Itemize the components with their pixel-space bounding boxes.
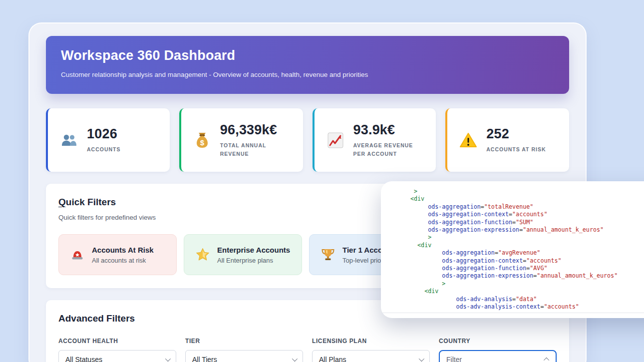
- stat-value: 252: [486, 126, 546, 142]
- siren-icon: [70, 247, 85, 262]
- chip-subtitle: All Enterprise plans: [217, 257, 290, 264]
- warning-icon: [459, 131, 477, 149]
- chevron-up-icon: [544, 358, 549, 362]
- star-icon: [195, 247, 210, 262]
- money-bag-icon: $: [193, 131, 211, 149]
- stat-label: ACCOUNTS: [87, 145, 121, 153]
- chip-title: Accounts At Risk: [92, 246, 154, 254]
- dashboard-header: Workspace 360 Dashboard Customer relatio…: [46, 36, 569, 94]
- filter-licensing-plan: LICENSING PLAN All Plans: [312, 338, 430, 362]
- chevron-down-icon: [165, 356, 171, 362]
- code-panel-divider: [381, 313, 644, 313]
- quick-filter-accounts-at-risk[interactable]: Accounts At Risk All accounts at risk: [58, 234, 177, 275]
- filter-label: COUNTRY: [439, 338, 557, 345]
- stat-card-accounts-at-risk: 252 ACCOUNTS AT RISK: [445, 108, 569, 172]
- filter-label: LICENSING PLAN: [312, 338, 430, 345]
- stat-card-total-revenue: $ 96,339k€ TOTAL ANNUAL REVENUE: [179, 108, 303, 172]
- chevron-down-icon: [292, 356, 298, 362]
- trophy-icon: [321, 247, 335, 262]
- stat-value: 96,339k€: [220, 122, 294, 138]
- select-value: All Tiers: [192, 356, 217, 362]
- chevron-down-icon: [419, 356, 424, 362]
- stat-card-average-revenue: 93.9k€ AVERAGE REVENUE PER ACCOUNT: [313, 108, 436, 172]
- account-health-select[interactable]: All Statuses: [58, 350, 176, 362]
- filter-tier: TIER All Tiers: [185, 338, 303, 362]
- stat-label: TOTAL ANNUAL REVENUE: [220, 141, 294, 158]
- page-subtitle: Customer relationship analysis and manag…: [61, 71, 554, 78]
- stat-value: 1026: [87, 126, 121, 142]
- filter-account-health: ACCOUNT HEALTH All Statuses: [58, 338, 176, 362]
- input-placeholder: Filter: [446, 356, 462, 362]
- page-title: Workspace 360 Dashboard: [61, 48, 554, 63]
- code-block: > <div ods-aggregation="totalRevenue" od…: [381, 181, 644, 311]
- stat-value: 93.9k€: [353, 122, 427, 138]
- select-value: All Statuses: [65, 356, 102, 362]
- stat-label: ACCOUNTS AT RISK: [486, 145, 546, 153]
- quick-filter-enterprise-accounts[interactable]: Enterprise Accounts All Enterprise plans: [184, 234, 302, 275]
- stat-label: AVERAGE REVENUE PER ACCOUNT: [353, 141, 427, 158]
- chip-title: Enterprise Accounts: [217, 246, 290, 254]
- svg-text:$: $: [200, 138, 205, 147]
- chip-subtitle: All accounts at risk: [92, 257, 154, 264]
- licensing-plan-select[interactable]: All Plans: [312, 350, 430, 362]
- filter-label: TIER: [185, 338, 303, 345]
- filter-country: COUNTRY Filter: [439, 338, 557, 362]
- stat-card-accounts: 1026 ACCOUNTS: [46, 108, 170, 172]
- country-filter-input[interactable]: Filter: [439, 350, 557, 362]
- chart-increasing-icon: [326, 131, 344, 149]
- code-inspector-overlay[interactable]: > <div ods-aggregation="totalRevenue" od…: [381, 181, 644, 318]
- advanced-filters-grid: ACCOUNT HEALTH All Statuses TIER All Tie…: [58, 338, 557, 362]
- users-icon: [60, 131, 78, 149]
- stats-row: 1026 ACCOUNTS $ 96,339k€ TOTAL ANNUAL RE…: [46, 108, 569, 172]
- filter-label: ACCOUNT HEALTH: [58, 338, 176, 345]
- select-value: All Plans: [319, 356, 346, 362]
- tier-select[interactable]: All Tiers: [185, 350, 303, 362]
